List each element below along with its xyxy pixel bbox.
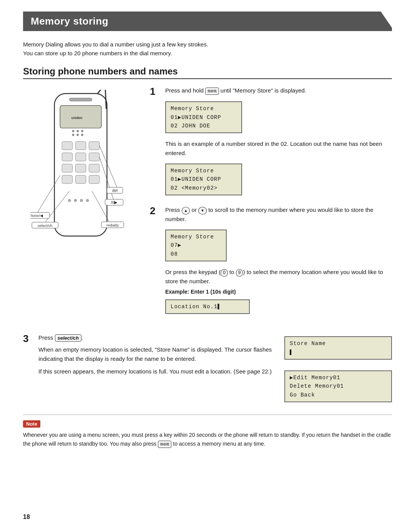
lcd-step2-1-line3: 08 — [171, 250, 221, 258]
lcd-step3-2-line1: ▶Edit Memory01 — [290, 373, 387, 382]
lcd-step2-1-line1: Memory Store — [171, 233, 221, 241]
lcd-step1-1-line3: 02 JOHN DOE — [171, 122, 237, 130]
svg-rect-16 — [75, 153, 86, 161]
intro-line2: You can store up to 20 phone numbers in … — [23, 49, 392, 58]
step-3-description1: When an empty memory location is selecte… — [38, 345, 273, 363]
step-1: 1 Press and hold mem until "Memory Store… — [150, 86, 392, 198]
note-text: Whenever you are using a menu screen, yo… — [23, 431, 392, 448]
lcd-step1-2-line3: 02 <Memory02> — [171, 184, 237, 192]
lcd-step3-2-line2: Delete Memory01 — [290, 382, 387, 390]
lcd-step2-1: Memory Store 07▶ 08 — [165, 230, 227, 261]
svg-rect-12 — [62, 142, 72, 150]
intro-text: Memory Dialing allows you to dial a numb… — [23, 40, 392, 58]
svg-rect-3 — [70, 98, 92, 101]
step-3-number: 3 — [23, 333, 34, 344]
phone-column: uniden — [23, 86, 138, 324]
step-1-text2: until — [221, 87, 233, 94]
svg-point-7 — [76, 130, 79, 132]
step-2-instruction: Press or to scroll to the memory number … — [165, 205, 392, 223]
page-wrapper: Memory storing Memory Dialing allows you… — [0, 0, 415, 532]
lcd-step1-1-line2: 01▶UNIDEN CORP — [171, 113, 237, 122]
step-1-instruction: Press and hold mem until "Memory Store" … — [165, 86, 392, 95]
svg-rect-22 — [75, 175, 86, 183]
select-ch-key: select/ch — [55, 334, 82, 342]
lcd-step3-1: Store Name ▌ — [284, 336, 392, 360]
svg-text:redial/p: redial/p — [106, 223, 119, 227]
intro-line1: Memory Dialing allows you to dial a numb… — [23, 40, 392, 49]
step-3: 3 Press select/ch. When an empty memory … — [23, 333, 273, 379]
svg-rect-23 — [89, 175, 99, 183]
step-1-content: Press and hold mem until "Memory Store" … — [165, 86, 392, 198]
lcd-step1-2: Memory Store 01▶UNIDEN CORP 02 <Memory02… — [165, 164, 242, 195]
lcd-step2-2-line1: Location No.1▌ — [171, 302, 244, 311]
svg-text:select/ch: select/ch — [38, 223, 52, 228]
svg-point-27 — [86, 199, 89, 202]
svg-rect-21 — [62, 175, 72, 183]
svg-point-26 — [80, 199, 83, 202]
step-1-description: This is an example of a number stored in… — [165, 139, 392, 157]
svg-rect-20 — [89, 164, 99, 172]
step-3-row: 3 Press select/ch. When an empty memory … — [23, 333, 392, 405]
svg-text:del: del — [112, 188, 118, 193]
page-header: Memory storing — [23, 12, 392, 31]
step-3-description2: If this screen appears, the memory locat… — [38, 367, 273, 376]
example-label: Example: Enter 1 (10s digit) — [165, 289, 392, 295]
note-box: Note Whenever you are using a menu scree… — [23, 415, 392, 448]
step-1-text3: "Memory Store" is displayed. — [233, 87, 307, 94]
svg-point-24 — [68, 199, 71, 202]
lcd-step3-1-line1: Store Name — [290, 339, 387, 348]
svg-point-6 — [72, 130, 75, 132]
arrow-down-key — [198, 207, 207, 215]
lcd-step1-2-line1: Memory Store — [171, 167, 237, 175]
step-2-number: 2 — [150, 205, 161, 216]
svg-rect-19 — [75, 164, 86, 172]
svg-rect-18 — [62, 164, 72, 172]
svg-rect-13 — [75, 142, 86, 150]
svg-point-11 — [81, 134, 83, 136]
note-label: Note — [23, 420, 40, 428]
step-2-content: Press or to scroll to the memory number … — [165, 205, 392, 317]
lcd-step2-2: Location No.1▌ — [165, 299, 250, 314]
step-2-text2: or — [192, 207, 199, 213]
page-number: 18 — [23, 514, 30, 520]
svg-text:*/tone/◀: */tone/◀ — [31, 213, 43, 218]
svg-rect-17 — [89, 153, 99, 161]
step-2-text1: Press — [165, 207, 180, 213]
step-2-text5: to — [228, 269, 236, 275]
lcd-step2-1-line2: 07▶ — [171, 241, 221, 249]
lcd-step1-1: Memory Store 01▶UNIDEN CORP 02 JOHN DOE — [165, 101, 242, 133]
svg-line-1 — [98, 90, 105, 94]
step-3-left: 3 Press select/ch. When an empty memory … — [23, 333, 273, 386]
step-2-keypad-text: Or press the keypad (0 to 9) to select t… — [165, 268, 392, 286]
phone-illustration: uniden — [31, 90, 131, 251]
svg-point-9 — [72, 134, 75, 136]
step-2-text4: Or press the keypad ( — [165, 269, 221, 275]
step-3-instruction: Press select/ch. — [38, 333, 273, 342]
step-3-text1: Press — [38, 334, 53, 341]
step-1-text1: Press and hold — [165, 87, 204, 94]
lcd-step1-1-line1: Memory Store — [171, 104, 237, 113]
note-mem-key: mem — [158, 441, 171, 448]
step-1-number: 1 — [150, 86, 161, 97]
key-0: 0 — [221, 269, 228, 277]
main-content: uniden — [23, 86, 392, 324]
step-3-text2: . — [81, 334, 83, 341]
lcd-step3-1-line2: ▌ — [290, 348, 387, 357]
svg-point-25 — [74, 199, 77, 202]
mem-key-1: mem — [205, 88, 219, 95]
svg-text:uniden: uniden — [71, 116, 83, 120]
svg-rect-14 — [89, 142, 99, 150]
svg-rect-15 — [62, 153, 72, 161]
step-2: 2 Press or to scroll to the memory numbe… — [150, 205, 392, 317]
svg-point-8 — [81, 130, 83, 132]
step-3-content: Press select/ch. When an empty memory lo… — [38, 333, 273, 379]
svg-text:#/▶: #/▶ — [111, 200, 118, 205]
note-text-2: to access a memory menu at any time. — [173, 441, 265, 447]
instructions-column: 1 Press and hold mem until "Memory Store… — [150, 86, 392, 324]
lcd-step3-2: ▶Edit Memory01 Delete Memory01 Go Back — [284, 370, 392, 402]
key-9: 9 — [236, 269, 243, 277]
lcd-step1-2-line2: 01▶UNIDEN CORP — [171, 175, 237, 183]
lcd-step3-2-line3: Go Back — [290, 391, 387, 399]
svg-point-10 — [76, 134, 79, 136]
step-3-right: Store Name ▌ ▶Edit Memory01 Delete Memor… — [284, 333, 392, 405]
